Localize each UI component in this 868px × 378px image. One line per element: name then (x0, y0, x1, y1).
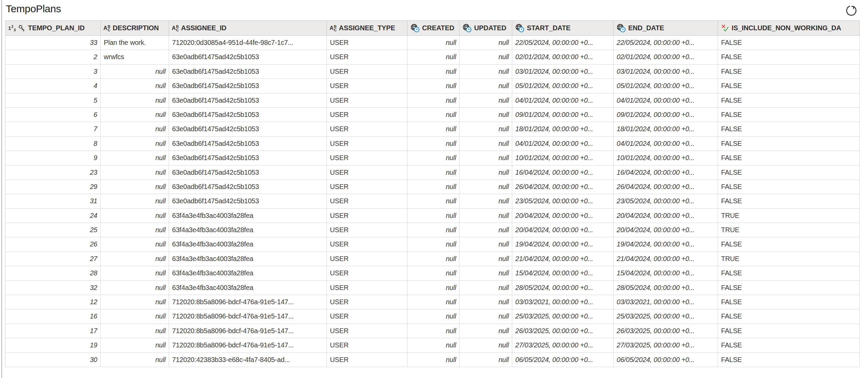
cell-end_date[interactable]: 03/01/2024, 00:00:00 +0... (614, 65, 718, 79)
cell-description[interactable]: null (101, 223, 169, 237)
cell-start_date[interactable]: 05/01/2024, 00:00:00 +0... (512, 79, 614, 93)
cell-description[interactable]: null (101, 209, 169, 223)
cell-assignee_id[interactable]: 63e0adb6f1475ad42c5b1053 (169, 79, 327, 93)
cell-end_date[interactable]: 23/05/2024, 00:00:00 +0... (614, 194, 718, 208)
cell-tempo_plan_id[interactable]: 30 (5, 353, 101, 367)
cell-assignee_type[interactable]: USER (327, 151, 407, 165)
cell-created[interactable]: null (407, 166, 460, 179)
cell-end_date[interactable]: 09/01/2024, 00:00:00 +0... (614, 108, 718, 122)
cell-assignee_type[interactable]: USER (327, 79, 407, 93)
cell-created[interactable]: null (407, 36, 460, 50)
cell-assignee_type[interactable]: USER (327, 65, 407, 79)
cell-created[interactable]: null (407, 137, 460, 151)
cell-updated[interactable]: null (460, 93, 512, 107)
cell-description[interactable]: null (101, 79, 169, 93)
cell-updated[interactable]: null (460, 281, 512, 295)
cell-end_date[interactable]: 03/03/2021, 00:00:00 +0... (614, 295, 718, 309)
cell-end_date[interactable]: 22/05/2024, 00:00:00 +0... (614, 36, 718, 50)
cell-updated[interactable]: null (460, 65, 512, 79)
cell-assignee_type[interactable]: USER (327, 237, 407, 251)
cell-start_date[interactable]: 04/01/2024, 00:00:00 +0... (512, 93, 614, 107)
cell-start_date[interactable]: 20/04/2024, 00:00:00 +0... (512, 209, 614, 223)
cell-end_date[interactable]: 28/05/2024, 00:00:00 +0... (614, 281, 718, 295)
cell-is_include_non_working_da[interactable]: TRUE (718, 209, 860, 223)
cell-updated[interactable]: null (460, 223, 512, 237)
cell-assignee_type[interactable]: USER (327, 281, 407, 295)
cell-tempo_plan_id[interactable]: 31 (5, 194, 101, 208)
cell-is_include_non_working_da[interactable]: FALSE (718, 309, 860, 323)
cell-is_include_non_working_da[interactable]: FALSE (718, 266, 860, 280)
cell-tempo_plan_id[interactable]: 29 (5, 180, 101, 194)
cell-is_include_non_working_da[interactable]: FALSE (718, 108, 860, 122)
cell-updated[interactable]: null (460, 108, 512, 122)
cell-created[interactable]: null (407, 151, 460, 165)
cell-assignee_type[interactable]: USER (327, 266, 407, 280)
cell-description[interactable]: null (101, 151, 169, 165)
cell-description[interactable]: wrwfcs (101, 50, 169, 64)
refresh-button[interactable] (845, 4, 858, 17)
column-header-updated[interactable]: UPDATED (460, 21, 512, 35)
cell-start_date[interactable]: 23/05/2024, 00:00:00 +0... (512, 194, 614, 208)
cell-created[interactable]: null (407, 180, 460, 194)
cell-tempo_plan_id[interactable]: 32 (5, 281, 101, 295)
cell-tempo_plan_id[interactable]: 6 (5, 108, 101, 122)
cell-created[interactable]: null (407, 209, 460, 223)
cell-assignee_type[interactable]: USER (327, 338, 407, 352)
column-header-assignee_type[interactable]: ABCASSIGNEE_TYPE (327, 21, 407, 35)
cell-created[interactable]: null (407, 324, 460, 338)
column-header-tempo_plan_id[interactable]: 123TEMPO_PLAN_ID (5, 21, 101, 35)
cell-start_date[interactable]: 03/03/2021, 00:00:00 +0... (512, 295, 614, 309)
cell-tempo_plan_id[interactable]: 3 (5, 65, 101, 79)
column-header-assignee_id[interactable]: ABCASSIGNEE_ID (169, 21, 327, 35)
cell-created[interactable]: null (407, 65, 460, 79)
cell-start_date[interactable]: 20/04/2024, 00:00:00 +0... (512, 223, 614, 237)
cell-assignee_type[interactable]: USER (327, 324, 407, 338)
cell-description[interactable]: null (101, 65, 169, 79)
cell-created[interactable]: null (407, 223, 460, 237)
cell-updated[interactable]: null (460, 137, 512, 151)
cell-tempo_plan_id[interactable]: 7 (5, 122, 101, 136)
cell-start_date[interactable]: 25/03/2025, 00:00:00 +0... (512, 309, 614, 323)
cell-updated[interactable]: null (460, 237, 512, 251)
cell-tempo_plan_id[interactable]: 4 (5, 79, 101, 93)
cell-created[interactable]: null (407, 50, 460, 64)
cell-assignee_type[interactable]: USER (327, 223, 407, 237)
cell-description[interactable]: null (101, 108, 169, 122)
cell-assignee_id[interactable]: 63f4a3e4fb3ac4003fa28fea (169, 237, 327, 251)
cell-assignee_id[interactable]: 63e0adb6f1475ad42c5b1053 (169, 166, 327, 179)
cell-is_include_non_working_da[interactable]: FALSE (718, 79, 860, 93)
cell-assignee_id[interactable]: 63f4a3e4fb3ac4003fa28fea (169, 252, 327, 266)
cell-assignee_type[interactable]: USER (327, 209, 407, 223)
cell-description[interactable]: null (101, 281, 169, 295)
column-header-start_date[interactable]: START_DATE (512, 21, 614, 35)
cell-start_date[interactable]: 03/01/2024, 00:00:00 +0... (512, 65, 614, 79)
cell-created[interactable]: null (407, 93, 460, 107)
cell-assignee_id[interactable]: 63f4a3e4fb3ac4003fa28fea (169, 209, 327, 223)
cell-updated[interactable]: null (460, 36, 512, 50)
cell-created[interactable]: null (407, 281, 460, 295)
cell-assignee_type[interactable]: USER (327, 194, 407, 208)
cell-updated[interactable]: null (460, 353, 512, 367)
cell-created[interactable]: null (407, 295, 460, 309)
cell-start_date[interactable]: 15/04/2024, 00:00:00 +0... (512, 266, 614, 280)
cell-tempo_plan_id[interactable]: 28 (5, 266, 101, 280)
cell-description[interactable]: null (101, 353, 169, 367)
cell-created[interactable]: null (407, 252, 460, 266)
cell-end_date[interactable]: 10/01/2024, 00:00:00 +0... (614, 151, 718, 165)
cell-created[interactable]: null (407, 266, 460, 280)
cell-start_date[interactable]: 22/05/2024, 00:00:00 +0... (512, 36, 614, 50)
cell-created[interactable]: null (407, 237, 460, 251)
cell-is_include_non_working_da[interactable]: FALSE (718, 194, 860, 208)
cell-created[interactable]: null (407, 122, 460, 136)
cell-is_include_non_working_da[interactable]: FALSE (718, 281, 860, 295)
cell-is_include_non_working_da[interactable]: FALSE (718, 50, 860, 64)
cell-created[interactable]: null (407, 79, 460, 93)
cell-start_date[interactable]: 09/01/2024, 00:00:00 +0... (512, 108, 614, 122)
column-header-created[interactable]: CREATED (407, 21, 460, 35)
column-header-is_include_non_working_da[interactable]: IS_INCLUDE_NON_WORKING_DA (718, 21, 860, 35)
cell-assignee_type[interactable]: USER (327, 166, 407, 179)
cell-description[interactable]: null (101, 122, 169, 136)
cell-tempo_plan_id[interactable]: 5 (5, 93, 101, 107)
cell-description[interactable]: null (101, 252, 169, 266)
cell-description[interactable]: null (101, 93, 169, 107)
